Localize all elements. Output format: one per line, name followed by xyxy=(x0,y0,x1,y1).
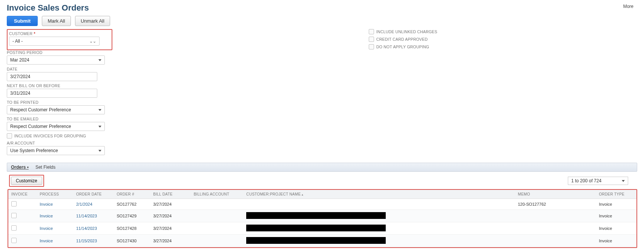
caret-down-icon xyxy=(98,150,101,152)
redacted-block xyxy=(246,212,386,219)
tab-orders[interactable]: Orders • xyxy=(11,165,29,170)
options-column: INCLUDE UNLINKED CHARGES CREDIT CARD APP… xyxy=(369,29,437,52)
to-be-printed-value: Respect Customer Preference xyxy=(10,107,71,112)
credit-card-checkbox[interactable] xyxy=(369,37,374,42)
customer-highlight: CUSTOMER * - All - ⌄⌄ xyxy=(7,29,112,50)
credit-card-row: CREDIT CARD APPROVED xyxy=(369,37,437,42)
order-date-link[interactable]: 11/14/2023 xyxy=(76,214,97,218)
order-date-link[interactable]: 11/14/2023 xyxy=(76,226,97,231)
row-checkbox[interactable] xyxy=(11,225,17,231)
col-process[interactable]: PROCESS xyxy=(37,190,73,199)
memo: 120-SO127762 xyxy=(515,199,596,210)
order-num: SO127428 xyxy=(113,222,150,235)
process-link[interactable]: Invoice xyxy=(40,226,53,231)
table-row: Invoice 11/15/2023 SO127430 3/27/2024 In… xyxy=(8,235,636,247)
mark-all-button[interactable]: Mark All xyxy=(42,16,71,26)
grid-highlight: INVOICE PROCESS ORDER DATE ORDER # BILL … xyxy=(8,189,637,248)
billing-account xyxy=(191,210,244,222)
customer-cell xyxy=(243,235,515,247)
ar-account-value: Use System Preference xyxy=(10,148,58,153)
credit-card-label: CREDIT CARD APPROVED xyxy=(376,37,428,42)
include-invoices-checkbox[interactable] xyxy=(7,133,12,139)
customize-highlight: Customize xyxy=(9,175,44,187)
order-date-link[interactable]: 2/1/2024 xyxy=(76,202,92,206)
orders-table: INVOICE PROCESS ORDER DATE ORDER # BILL … xyxy=(8,190,636,247)
to-be-emailed-select[interactable]: Respect Customer Preference xyxy=(7,122,105,131)
table-row: Invoice 11/14/2023 SO127428 3/27/2024 In… xyxy=(8,222,636,235)
order-date-link[interactable]: 11/15/2023 xyxy=(76,239,97,243)
customer-cell xyxy=(243,222,515,235)
include-invoices-label: INCLUDE INVOICES FOR GROUPING xyxy=(14,134,86,138)
more-link[interactable]: More xyxy=(623,4,633,9)
dropdown-icon: ⌄⌄ xyxy=(89,39,96,43)
bill-date: 3/27/2024 xyxy=(150,222,190,235)
col-bill-date[interactable]: BILL DATE xyxy=(150,190,190,199)
next-bill-input[interactable]: 3/31/2024 xyxy=(7,89,97,98)
row-checkbox[interactable] xyxy=(11,201,17,206)
caret-down-icon xyxy=(622,180,625,182)
ar-account-select[interactable]: Use System Preference xyxy=(7,146,105,155)
customer-cell xyxy=(243,210,515,222)
bill-date: 3/27/2024 xyxy=(150,235,190,247)
order-type: Invoice xyxy=(596,235,636,247)
col-order-type[interactable]: ORDER TYPE xyxy=(596,190,636,199)
order-num: SO127430 xyxy=(113,235,150,247)
date-label: DATE xyxy=(7,67,112,71)
posting-period-value: Mar 2024 xyxy=(10,57,29,63)
customize-button[interactable]: Customize xyxy=(11,177,42,185)
to-be-printed-select[interactable]: Respect Customer Preference xyxy=(7,105,105,114)
page-title: Invoice Sales Orders xyxy=(7,3,637,13)
include-unlinked-checkbox[interactable] xyxy=(369,29,374,34)
no-grouping-row: DO NOT APPLY GROUPING xyxy=(369,44,437,49)
bill-date: 3/27/2024 xyxy=(150,199,190,210)
posting-period-select[interactable]: Mar 2024 xyxy=(7,55,105,65)
memo xyxy=(515,235,596,247)
action-buttons: Submit Mark All Unmark All xyxy=(7,16,637,26)
unmark-all-button[interactable]: Unmark All xyxy=(75,16,110,26)
date-value: 3/27/2024 xyxy=(10,74,30,79)
caret-down-icon xyxy=(98,126,101,128)
customer-cell xyxy=(243,199,515,210)
order-type: Invoice xyxy=(596,222,636,235)
to-be-emailed-value: Respect Customer Preference xyxy=(10,124,71,129)
col-memo[interactable]: MEMO xyxy=(515,190,596,199)
caret-down-icon xyxy=(98,59,101,61)
col-billing-account[interactable]: BILLING ACCOUNT xyxy=(191,190,244,199)
col-order-num[interactable]: ORDER # xyxy=(113,190,150,199)
bill-date: 3/27/2024 xyxy=(150,210,190,222)
order-num: SO127429 xyxy=(113,210,150,222)
billing-account xyxy=(191,199,244,210)
include-unlinked-row: INCLUDE UNLINKED CHARGES xyxy=(369,29,437,34)
process-link[interactable]: Invoice xyxy=(40,214,53,218)
submit-button[interactable]: Submit xyxy=(7,16,38,26)
caret-down-icon xyxy=(98,109,101,111)
grid-toolbar: Customize 1 to 200 of 724 xyxy=(7,172,637,189)
billing-account xyxy=(191,235,244,247)
next-bill-label: NEXT BILL ON OR BEFORE xyxy=(7,83,112,88)
table-row: Invoice 2/1/2024 SO127762 3/27/2024 120-… xyxy=(8,199,636,210)
col-invoice[interactable]: INVOICE xyxy=(8,190,37,199)
row-checkbox[interactable] xyxy=(11,238,17,243)
redacted-block xyxy=(246,237,386,244)
next-bill-value: 3/31/2024 xyxy=(10,91,30,96)
table-row: Invoice 11/14/2023 SO127429 3/27/2024 In… xyxy=(8,210,636,222)
no-grouping-label: DO NOT APPLY GROUPING xyxy=(376,45,429,49)
table-header-row: INVOICE PROCESS ORDER DATE ORDER # BILL … xyxy=(8,190,636,199)
pager-select[interactable]: 1 to 200 of 724 xyxy=(568,177,628,185)
customer-value: - All - xyxy=(12,38,23,44)
row-checkbox[interactable] xyxy=(11,213,17,218)
customer-select[interactable]: - All - ⌄⌄ xyxy=(9,37,100,46)
order-num: SO127762 xyxy=(113,199,150,210)
col-order-date[interactable]: ORDER DATE xyxy=(73,190,113,199)
ar-account-label: A/R ACCOUNT xyxy=(7,141,112,145)
date-input[interactable]: 3/27/2024 xyxy=(7,72,97,81)
process-link[interactable]: Invoice xyxy=(40,239,53,243)
billing-account xyxy=(191,222,244,235)
pager-text: 1 to 200 of 724 xyxy=(571,178,601,183)
no-grouping-checkbox[interactable] xyxy=(369,44,374,49)
memo xyxy=(515,222,596,235)
col-customer[interactable]: CUSTOMER:PROJECT NAME xyxy=(243,190,515,199)
process-link[interactable]: Invoice xyxy=(40,202,53,206)
tab-set-fields[interactable]: Set Fields xyxy=(35,165,55,170)
filter-column: CUSTOMER * - All - ⌄⌄ POSTING PERIOD Mar… xyxy=(7,29,112,157)
